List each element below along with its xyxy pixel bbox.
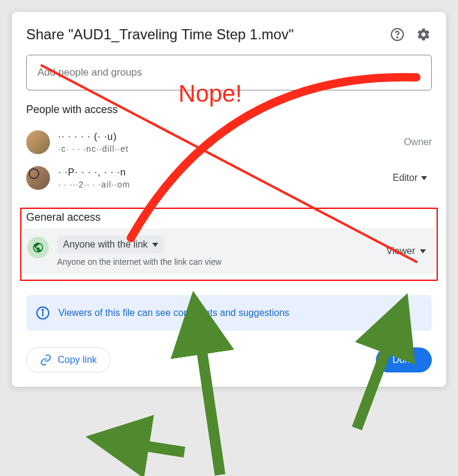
person-info: ·· · · · · (· ·u) ·c· · · ·nc··dill··et — [58, 131, 396, 154]
chevron-down-icon — [152, 243, 158, 247]
svg-line-7 — [128, 443, 184, 452]
dialog-header: Share "AUD1_Traveling Time Step 1.mov" — [26, 26, 432, 43]
access-role-dropdown[interactable]: Viewer — [381, 242, 431, 260]
gear-icon[interactable] — [415, 26, 432, 43]
access-info: Anyone with the link Anyone on the inter… — [57, 236, 373, 267]
general-access-title: General access — [26, 211, 432, 224]
avatar — [26, 130, 50, 154]
person-email: · · ···2·· · ·ail··om — [58, 180, 379, 189]
info-text: Viewers of this file can see comments an… — [58, 308, 289, 318]
access-role-label: Viewer — [386, 246, 415, 256]
svg-point-1 — [397, 37, 398, 38]
role-dropdown[interactable]: Editor — [388, 169, 432, 187]
header-actions — [389, 26, 432, 43]
access-description: Anyone on the internet with the link can… — [57, 257, 373, 267]
share-dialog: Share "AUD1_Traveling Time Step 1.mov" P… — [12, 12, 446, 387]
person-email: ·c· · · ·nc··dill··et — [58, 144, 396, 154]
svg-point-4 — [42, 309, 43, 311]
person-info: · ·P· · · ·, · · ·n · · ···2·· · ·ail··o… — [58, 167, 379, 189]
help-icon[interactable] — [389, 26, 406, 43]
person-row: · ·P· · · ·, · · ·n · · ···2·· · ·ail··o… — [26, 160, 432, 196]
globe-icon — [27, 237, 49, 258]
link-icon — [40, 354, 52, 366]
access-scope-label: Anyone with the link — [63, 239, 148, 250]
general-access-row: Anyone with the link Anyone on the inter… — [23, 228, 435, 274]
person-name: · ·P· · · ·, · · ·n — [58, 167, 379, 178]
copy-link-button[interactable]: Copy link — [26, 347, 111, 372]
person-name: ·· · · · · (· ·u) — [58, 131, 396, 142]
chevron-down-icon — [420, 249, 426, 253]
person-row: ·· · · · · (· ·u) ·c· · · ·nc··dill··et … — [26, 124, 432, 160]
access-scope-dropdown[interactable]: Anyone with the link — [57, 236, 164, 253]
dialog-title: Share "AUD1_Traveling Time Step 1.mov" — [26, 26, 389, 43]
avatar — [26, 166, 50, 190]
chevron-down-icon — [421, 176, 427, 180]
copy-link-label: Copy link — [58, 355, 97, 365]
dialog-footer: Copy link Done — [26, 347, 432, 372]
owner-label: Owner — [404, 137, 432, 148]
info-icon — [36, 306, 50, 320]
role-label: Editor — [393, 173, 418, 183]
done-button[interactable]: Done — [376, 347, 432, 372]
general-access-section: General access Anyone with the link Anyo… — [20, 208, 438, 281]
people-section-title: People with access — [26, 104, 432, 116]
info-banner: Viewers of this file can see comments an… — [26, 295, 432, 331]
add-people-input[interactable] — [26, 55, 432, 90]
